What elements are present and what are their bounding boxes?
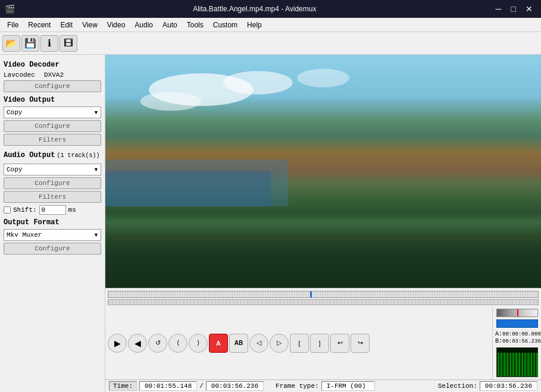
video-output-dropdown[interactable]: Copy H.264 H.265 MPEG-4 [4, 106, 101, 118]
audio-output-configure-button[interactable]: Configure [4, 177, 101, 189]
timeline-track-main[interactable] [108, 291, 539, 298]
minimize-button[interactable]: ─ [492, 2, 505, 15]
menu-edit[interactable]: Edit [55, 20, 77, 30]
mark-end-button[interactable]: ] [310, 334, 329, 353]
playback-container: ▶ ◀ ↺ ⟨ ⟩ A AB ◁ ▷ [ ] ↩ ↪ [105, 306, 541, 380]
output-format-title: Output Format [4, 218, 101, 227]
save-button[interactable]: 💾 [21, 35, 39, 52]
status-bar: Time: 00:01:55.148 / 00:03:56.236 Frame … [105, 380, 541, 392]
rewind-button[interactable]: ◀ [128, 334, 147, 353]
selection-value: 00:03:56.236 [480, 381, 537, 391]
video-output-dropdown-container: Copy H.264 H.265 MPEG-4 ▼ [4, 106, 101, 118]
output-format-configure-button[interactable]: Configure [4, 243, 101, 255]
audio-output-subtitle: (1 track(s)) [57, 152, 99, 159]
goto-end-button[interactable]: ↪ [351, 334, 370, 353]
video-output-title: Video Output [4, 96, 101, 104]
output-format-dropdown[interactable]: Mkv Muxer MP4 Muxer AVI Muxer [4, 229, 101, 241]
menu-auto[interactable]: Auto [158, 20, 182, 30]
menu-recent[interactable]: Recent [23, 20, 55, 30]
info-button[interactable]: ℹ [40, 35, 58, 52]
back-10s-button[interactable]: ↺ [148, 334, 167, 353]
shift-unit: ms [68, 206, 76, 214]
video-decoder-title: Video Decoder [4, 61, 101, 69]
current-time-value: 00:01:55.148 [139, 381, 197, 391]
video-output-configure-button[interactable]: Configure [4, 120, 101, 132]
shift-label: Shift: [13, 206, 37, 214]
next-frame-button[interactable]: ▷ [270, 334, 289, 353]
output-format-dropdown-container: Mkv Muxer MP4 Muxer AVI Muxer ▼ [4, 229, 101, 241]
menu-video[interactable]: Video [102, 20, 130, 30]
left-panel: Video Decoder Lavcodec DXVA2 Configure V… [0, 55, 105, 392]
time-separator: / [199, 382, 204, 390]
time-label: Time: [109, 381, 137, 391]
waveform-box [496, 347, 538, 377]
audio-output-filters-button[interactable]: Filters [4, 191, 101, 203]
prev-frame-button[interactable]: ◁ [249, 334, 268, 353]
shift-input[interactable] [39, 205, 66, 215]
video-output-filters-button[interactable]: Filters [4, 134, 101, 146]
b-value: 00:03:56.236 [502, 338, 541, 344]
blue-bar [496, 319, 538, 328]
mark-a-button[interactable]: A [209, 334, 228, 353]
gradient-bar [496, 309, 538, 317]
audio-output-header: Audio Output (1 track(s)) [4, 148, 101, 162]
shift-row: Shift: ms [4, 205, 101, 215]
svg-point-1 [223, 71, 293, 94]
timeline-playhead [310, 291, 312, 297]
open-button[interactable]: 📂 [2, 35, 20, 52]
svg-point-0 [149, 73, 254, 106]
b-time-row: B: 00:03:56.236 [495, 338, 539, 344]
svg-point-3 [297, 69, 349, 87]
right-content: ▶ ◀ ↺ ⟨ ⟩ A AB ◁ ▷ [ ] ↩ ↪ [105, 55, 541, 392]
menu-custom[interactable]: Custom [208, 20, 242, 30]
svg-point-2 [140, 92, 201, 111]
menu-help[interactable]: Help [242, 20, 267, 30]
frame-type-value: I-FRM (00) [321, 381, 375, 391]
goto-start-button[interactable]: ↩ [330, 334, 349, 353]
video-decoder-configure-button[interactable]: Configure [4, 80, 101, 92]
playback-row: ▶ ◀ ↺ ⟨ ⟩ A AB ◁ ▷ [ ] ↩ ↪ [105, 331, 492, 355]
ab-info: A: 00:00:00.000 B: 00:03:56.236 [495, 330, 539, 345]
film-button[interactable]: 🎞 [60, 35, 77, 52]
audio-output-title: Audio Output [4, 151, 55, 159]
close-button[interactable]: ✕ [522, 2, 536, 15]
menu-tools[interactable]: Tools [182, 20, 208, 30]
lavcodec-row: Lavcodec DXVA2 [4, 71, 101, 79]
main-container: Video Decoder Lavcodec DXVA2 Configure V… [0, 55, 541, 392]
window-title: Alita.Battle.Angel.mp4.mp4 - Avidemux [17, 5, 492, 13]
svg-rect-4 [105, 159, 288, 206]
total-time-value: 00:03:56.236 [206, 381, 264, 391]
a-label: A: [495, 331, 502, 337]
right-side-panel: A: 00:00:00.000 B: 00:03:56.236 [492, 306, 541, 380]
red-marker [517, 309, 518, 316]
selection-label: Selection: [438, 382, 477, 390]
mark-start-button[interactable]: [ [290, 334, 309, 353]
back-1s-button[interactable]: ⟨ [168, 334, 187, 353]
lavcodec-label: Lavcodec [4, 71, 39, 79]
a-value: 00:00:00.000 [502, 331, 541, 337]
waveform-peaks [497, 353, 537, 377]
forward-1s-button[interactable]: ⟩ [189, 334, 208, 353]
video-overlay-svg [105, 55, 541, 288]
lavcodec-value: DXVA2 [44, 71, 64, 79]
svg-rect-5 [105, 171, 271, 206]
menu-audio[interactable]: Audio [130, 20, 158, 30]
audio-output-dropdown[interactable]: Copy AAC MP3 AC3 [4, 164, 101, 175]
frame-type-label: Frame type: [276, 382, 319, 390]
app-icon: 🎬 [5, 4, 15, 14]
timeline-area [105, 288, 541, 306]
menu-view[interactable]: View [77, 20, 102, 30]
maximize-button[interactable]: □ [508, 2, 520, 15]
menu-file[interactable]: File [2, 20, 23, 30]
b-label: B: [495, 338, 502, 344]
a-time-row: A: 00:00:00.000 [495, 331, 539, 337]
toolbar: 📂 💾 ℹ 🎞 [0, 32, 541, 55]
shift-checkbox[interactable] [4, 206, 11, 214]
ab-button[interactable]: AB [229, 334, 248, 353]
title-bar: 🎬 Alita.Battle.Angel.mp4.mp4 - Avidemux … [0, 0, 541, 18]
video-area [105, 55, 541, 288]
play-button[interactable]: ▶ [108, 334, 127, 353]
menu-bar: File Recent Edit View Video Audio Auto T… [0, 18, 541, 32]
timeline-track-secondary[interactable] [108, 299, 539, 305]
window-controls: ─ □ ✕ [492, 2, 536, 15]
